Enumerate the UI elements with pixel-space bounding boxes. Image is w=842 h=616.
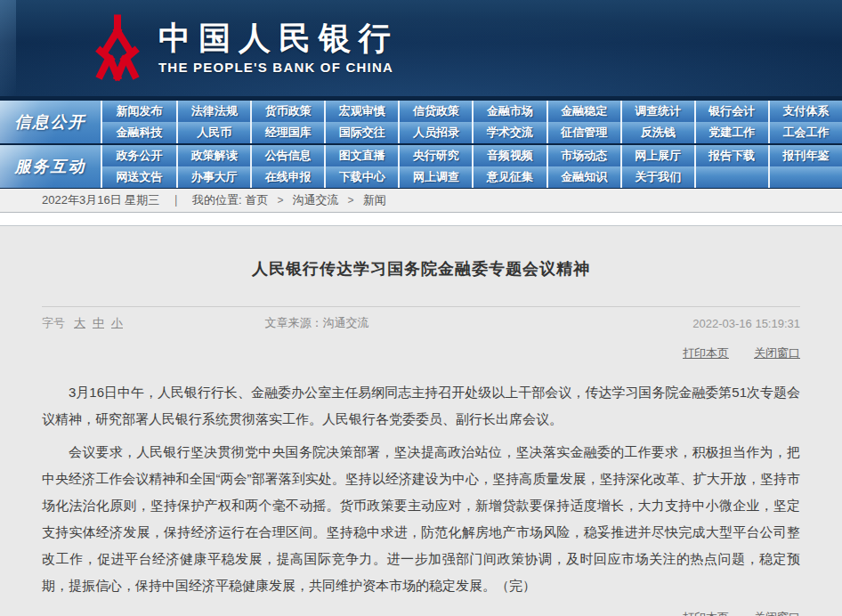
- article-container: 人民银行传达学习国务院金融委专题会议精神 字号 大中小 文章来源：沟通交流 20…: [0, 226, 842, 616]
- nav-item[interactable]: 支付体系: [768, 101, 842, 122]
- close-window-link[interactable]: 关闭窗口: [754, 345, 800, 361]
- site-header: 中国人民银行 THE PEOPLE'S BANK OF CHINA: [0, 0, 842, 96]
- nav-item[interactable]: 国际交往: [324, 122, 398, 143]
- nav-item[interactable]: 经理国库: [250, 122, 324, 143]
- bank-name-chinese: 中国人民银行: [158, 21, 399, 57]
- nav-item[interactable]: 党建工作: [694, 122, 768, 143]
- font-size-option[interactable]: 中: [93, 316, 104, 329]
- nav-item[interactable]: 政务公开: [102, 145, 176, 166]
- close-window-link[interactable]: 关闭窗口: [754, 610, 800, 616]
- article-actions-top: 打印本页 关闭窗口: [42, 345, 800, 361]
- nav-item[interactable]: 网上展厅: [620, 145, 694, 166]
- nav-label-service-interaction[interactable]: 服务互动: [0, 145, 101, 188]
- font-size-label: 字号: [42, 315, 65, 331]
- nav-item[interactable]: 办事大厅: [176, 166, 250, 188]
- nav-item[interactable]: 政策解读: [176, 145, 250, 166]
- nav-item[interactable]: 报刊年鉴: [768, 145, 842, 166]
- bank-name-english: THE PEOPLE'S BANK OF CHINA: [158, 60, 399, 75]
- nav-item: [768, 166, 842, 188]
- breadcrumb-item-separator: >: [348, 194, 354, 207]
- article-meta-row: 字号 大中小 文章来源：沟通交流 2022-03-16 15:19:31: [42, 306, 800, 331]
- nav-item[interactable]: 音频视频: [472, 145, 546, 166]
- nav-item[interactable]: 公告信息: [250, 145, 324, 166]
- article-actions-bottom: 打印本页 关闭窗口: [42, 610, 800, 616]
- breadcrumb-location-label: 我的位置:: [192, 192, 242, 208]
- breadcrumb-items: 首页>沟通交流>新闻: [242, 192, 390, 208]
- source-value: 沟通交流: [323, 316, 369, 329]
- nav-item[interactable]: 在线申报: [250, 166, 324, 188]
- pbc-emblem-icon: [89, 13, 146, 83]
- nav-item[interactable]: 银行会计: [694, 101, 768, 122]
- nav-item[interactable]: 人员招录: [398, 122, 472, 143]
- nav-section-service-interaction: 服务互动 政务公开政策解读公告信息图文直播央行研究音频视频市场动态网上展厅报告下…: [0, 145, 842, 188]
- nav-item[interactable]: 金融市场: [472, 101, 546, 122]
- nav-item[interactable]: 反洗钱: [620, 122, 694, 143]
- article-body: 3月16日中午，人民银行行长、金融委办公室主任易纲同志主持召开处级以上干部会议，…: [42, 379, 800, 599]
- nav-item[interactable]: 报告下载: [694, 145, 768, 166]
- nav-item[interactable]: 新闻发布: [102, 101, 176, 122]
- article-paragraph: 3月16日中午，人民银行行长、金融委办公室主任易纲同志主持召开处级以上干部会议，…: [42, 379, 800, 433]
- nav-item[interactable]: 意见征集: [472, 166, 546, 188]
- print-page-link[interactable]: 打印本页: [683, 345, 729, 361]
- nav-item[interactable]: 调查统计: [620, 101, 694, 122]
- print-page-link[interactable]: 打印本页: [683, 610, 729, 616]
- nav-section-info-disclosure: 信息公开 新闻发布法律法规货币政策宏观审慎信贷政策金融市场金融稳定调查统计银行会…: [0, 101, 842, 143]
- nav-item[interactable]: 金融科技: [102, 122, 176, 143]
- nav-item[interactable]: 工会工作: [768, 122, 842, 143]
- nav-item[interactable]: 信贷政策: [398, 101, 472, 122]
- breadcrumb-item-separator: >: [278, 194, 284, 207]
- article-paragraph: 会议要求，人民银行坚决贯彻党中央国务院决策部署，坚决提高政治站位，坚决落实金融委…: [42, 439, 800, 599]
- nav-item[interactable]: 学术交流: [472, 122, 546, 143]
- nav-grid-info-disclosure: 新闻发布法律法规货币政策宏观审慎信贷政策金融市场金融稳定调查统计银行会计支付体系…: [101, 101, 842, 143]
- breadcrumb-item[interactable]: 首页: [246, 193, 269, 207]
- nav-item[interactable]: 宏观审慎: [324, 101, 398, 122]
- source-label: 文章来源：: [265, 316, 323, 329]
- font-size-option[interactable]: 大: [74, 316, 85, 329]
- nav-item[interactable]: 关于我们: [620, 166, 694, 188]
- breadcrumb-item[interactable]: 新闻: [363, 193, 386, 207]
- nav-item[interactable]: 央行研究: [398, 145, 472, 166]
- nav-label-info-disclosure[interactable]: 信息公开: [0, 101, 101, 143]
- page-title: 人民银行传达学习国务院金融委专题会议精神: [42, 258, 800, 280]
- breadcrumb-item[interactable]: 沟通交流: [293, 193, 339, 207]
- main-navigation: 信息公开 新闻发布法律法规货币政策宏观审慎信贷政策金融市场金融稳定调查统计银行会…: [0, 96, 842, 189]
- breadcrumb-separator: ｜: [170, 192, 182, 208]
- font-size-controls: 字号 大中小: [42, 315, 265, 331]
- article-datetime: 2022-03-16 15:19:31: [577, 317, 800, 330]
- nav-item[interactable]: 法律法规: [176, 101, 250, 122]
- nav-item[interactable]: 下载中心: [324, 166, 398, 188]
- nav-item[interactable]: 人民币: [176, 122, 250, 143]
- nav-grid-service-interaction: 政务公开政策解读公告信息图文直播央行研究音频视频市场动态网上展厅报告下载报刊年鉴…: [101, 145, 842, 188]
- breadcrumb: 2022年3月16日 星期三 ｜ 我的位置: 首页>沟通交流>新闻: [0, 189, 842, 213]
- nav-item[interactable]: 网送文告: [102, 166, 176, 188]
- logo-text: 中国人民银行 THE PEOPLE'S BANK OF CHINA: [158, 21, 399, 75]
- breadcrumb-date: 2022年3月16日 星期三: [42, 192, 159, 208]
- nav-item[interactable]: 图文直播: [324, 145, 398, 166]
- page: 中国人民银行 THE PEOPLE'S BANK OF CHINA 信息公开 新…: [0, 0, 842, 616]
- nav-item[interactable]: 征信管理: [546, 122, 620, 143]
- font-size-links: 大中小: [74, 315, 130, 331]
- font-size-option[interactable]: 小: [111, 316, 123, 329]
- nav-item: [694, 166, 768, 188]
- nav-item[interactable]: 货币政策: [250, 101, 324, 122]
- article-source: 文章来源：沟通交流: [265, 315, 578, 331]
- nav-item[interactable]: 金融知识: [546, 166, 620, 188]
- nav-item[interactable]: 金融稳定: [546, 101, 620, 122]
- nav-item[interactable]: 网上调查: [398, 166, 472, 188]
- nav-item[interactable]: 市场动态: [546, 145, 620, 166]
- divider-strip: [0, 213, 842, 226]
- site-logo[interactable]: 中国人民银行 THE PEOPLE'S BANK OF CHINA: [89, 13, 399, 83]
